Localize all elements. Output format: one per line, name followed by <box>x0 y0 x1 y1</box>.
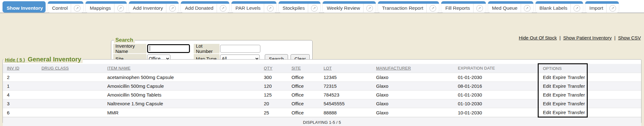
external-link-icon[interactable]: ↗ <box>267 5 274 12</box>
expire-link[interactable]: Expire <box>552 101 566 106</box>
column-header-expiration-date: EXPIRATION DATE <box>458 64 538 73</box>
tab-weekly-review[interactable]: Weekly Review ↗ <box>323 1 376 13</box>
transfer-link[interactable]: Transfer <box>568 75 585 80</box>
external-link-icon[interactable]: ↗ <box>609 5 616 12</box>
tab-label[interactable]: Show Inventory <box>7 5 43 11</box>
tab-show-inventory[interactable]: Show Inventory <box>3 1 46 13</box>
tab-label[interactable]: PAR Levels <box>236 5 261 11</box>
external-link-icon[interactable]: ↗ <box>574 5 580 12</box>
cell-filler <box>587 82 641 91</box>
cell-filler <box>587 73 641 82</box>
column-header-options: OPTIONS <box>538 64 587 73</box>
tab-label[interactable]: Stockpiles <box>283 5 305 11</box>
options-cell: EditExpireTransfer <box>538 108 587 117</box>
tab-top-accent <box>3 1 46 4</box>
paging-status: DISPLAYING 1-5 / 5 <box>3 117 641 126</box>
tab-control[interactable]: Control ↗ <box>48 1 83 13</box>
tab-import[interactable]: Import ↗ <box>585 1 619 13</box>
link-separator: | <box>558 35 562 40</box>
external-link-icon[interactable]: ↗ <box>366 5 373 12</box>
tab-fill-reports[interactable]: Fill Reports ↗ <box>441 1 486 13</box>
tab-label[interactable]: Add Inventory <box>133 5 163 11</box>
cell-site: Office <box>291 99 324 108</box>
external-link-icon[interactable]: ↗ <box>220 5 226 12</box>
cell-filler <box>587 91 641 99</box>
cell-manufacturer: Glaxo <box>376 82 458 91</box>
tab-top-accent <box>86 1 126 4</box>
edit-link[interactable]: Edit <box>543 92 551 97</box>
tab-add-donated[interactable]: Add Donated ↗ <box>181 1 229 13</box>
external-link-icon[interactable]: ↗ <box>117 5 124 12</box>
column-header-drug-class[interactable]: DRUG CLASS <box>42 64 107 73</box>
tab-top-accent <box>488 1 533 4</box>
tab-label[interactable]: Fill Reports <box>445 5 470 11</box>
column-header-manufacturer[interactable]: MANUFACTURER <box>376 64 458 73</box>
column-header-item-name[interactable]: ITEM NAME <box>107 64 264 73</box>
transfer-link[interactable]: Transfer <box>568 83 585 89</box>
hide-out-of-stock-link[interactable]: Hide Out Of Stock <box>519 35 557 40</box>
tab-transaction-report[interactable]: Transaction Report ↗ <box>378 1 439 13</box>
cell-expiration-date: 01-01-2030 <box>458 73 538 82</box>
tab-label[interactable]: Med Queue <box>492 5 518 11</box>
options-cell: EditExpireTransfer <box>538 73 587 82</box>
hide-count-link[interactable]: Hide ( 5 ) <box>5 57 25 62</box>
column-header-site[interactable]: SITE <box>291 64 324 73</box>
transfer-link[interactable]: Transfer <box>568 101 585 106</box>
tab-label[interactable]: Control <box>52 5 68 11</box>
tab-top-accent <box>231 1 276 4</box>
tab-top-accent <box>585 1 619 4</box>
cell-item-name: Naltrexone 1.5mg Capsule <box>107 99 264 108</box>
tab-stockpiles[interactable]: Stockpiles ↗ <box>279 1 321 13</box>
lot-number-input[interactable] <box>220 45 260 53</box>
tab-blank-labels[interactable]: Blank Labels ↗ <box>536 1 583 13</box>
tab-top-accent <box>129 1 179 4</box>
tab-label[interactable]: Transaction Report <box>382 5 423 11</box>
expire-link[interactable]: Expire <box>552 92 566 97</box>
external-link-icon[interactable]: ↗ <box>524 5 530 12</box>
tab-label[interactable]: Add Donated <box>185 5 214 11</box>
tab-add-inventory[interactable]: Add Inventory ↗ <box>129 1 179 13</box>
tab-label[interactable]: Weekly Review <box>327 5 360 11</box>
tab-label[interactable]: Import <box>589 5 603 11</box>
external-link-icon[interactable]: ↗ <box>476 5 483 12</box>
transfer-link[interactable]: Transfer <box>568 110 585 115</box>
cell-expiration-date: 10-01-2030 <box>458 108 538 117</box>
expire-link[interactable]: Expire <box>552 75 566 80</box>
column-header-inv-id[interactable]: INV ID <box>3 64 42 73</box>
cell-inv-id: 2 <box>3 73 42 82</box>
cell-lot: 88888 <box>324 108 376 117</box>
edit-link[interactable]: Edit <box>543 75 551 80</box>
cell-filler <box>587 99 641 108</box>
tab-top-accent <box>441 1 486 4</box>
cell-drug-class <box>42 99 107 108</box>
cell-lot: 72315 <box>324 82 376 91</box>
expire-link[interactable]: Expire <box>552 83 566 89</box>
inventory-view-links: Hide Out Of Stock | Show Patient Invento… <box>519 35 641 40</box>
external-link-icon[interactable]: ↗ <box>311 5 318 12</box>
inventory-name-input[interactable] <box>147 44 190 53</box>
column-header-qty[interactable]: QTY <box>264 64 291 73</box>
edit-link[interactable]: Edit <box>543 101 551 106</box>
cell-drug-class <box>42 73 107 82</box>
edit-link[interactable]: Edit <box>543 83 551 89</box>
tab-icon-separator: ↗ <box>473 4 483 13</box>
tab-label[interactable]: Mappings <box>90 5 111 11</box>
expire-link[interactable]: Expire <box>552 110 566 115</box>
tab-top-accent <box>378 1 439 4</box>
table-row: 4 Amoxicillin 500mg Tablets 125 Office 7… <box>3 91 641 99</box>
external-link-icon[interactable]: ↗ <box>74 5 80 12</box>
tab-med-queue[interactable]: Med Queue ↗ <box>488 1 533 13</box>
show-csv-link[interactable]: Show CSV <box>618 35 641 40</box>
transfer-link[interactable]: Transfer <box>568 92 585 97</box>
edit-link[interactable]: Edit <box>543 110 551 115</box>
tab-label[interactable]: Blank Labels <box>540 5 568 11</box>
column-header-lot[interactable]: LOT <box>324 64 376 73</box>
tab-mappings[interactable]: Mappings ↗ <box>86 1 126 13</box>
external-link-icon[interactable]: ↗ <box>169 5 176 12</box>
page-content: Search Inventory Name Lot Number Site Of… <box>0 13 644 126</box>
show-patient-inventory-link[interactable]: Show Patient Inventory <box>563 35 612 40</box>
tab-par-levels[interactable]: PAR Levels ↗ <box>231 1 276 13</box>
external-link-icon[interactable]: ↗ <box>430 5 436 12</box>
tab-top-accent <box>48 1 83 4</box>
cell-lot: 54545555 <box>324 99 376 108</box>
